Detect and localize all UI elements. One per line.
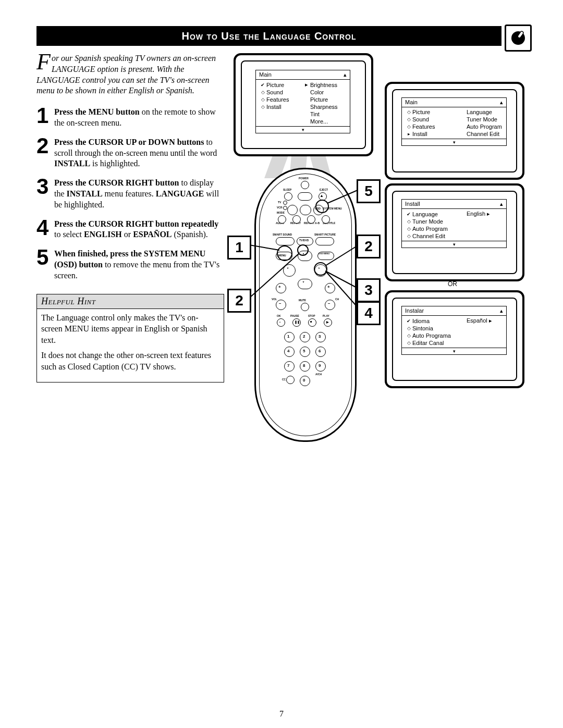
down-arrow-icon: ˅ [302,281,304,286]
menu-button[interactable]: MENU [276,252,292,260]
menu-row: ◇InstallSharpness [258,103,348,110]
up-arrow-icon: ▴ [500,99,503,106]
pause-button[interactable]: ❚❚ [292,318,301,327]
menu-label: Editar Canal [412,340,503,346]
menu-label: Auto Programa [412,332,503,339]
num-0-button[interactable]: 0 [300,376,310,386]
system-menu-button[interactable]: OSD [313,205,324,215]
num-4-button[interactable]: 4 [284,347,295,357]
diamond-icon: ◇ [405,226,412,231]
ch-up-button[interactable]: + [325,283,335,293]
tv-dvd-label: TV/DVD [299,239,309,242]
num-3-button[interactable]: 3 [315,332,326,342]
vol-down-button[interactable]: − [276,300,286,310]
cursor-left-button[interactable]: ˂ [283,264,296,277]
num-5-button[interactable]: 5 [300,347,310,357]
play-button[interactable]: ▶ [324,318,332,327]
callout-1: 1 [227,236,251,260]
stop-label: STOP [308,314,315,317]
smart-picture-label: SMART PICTURE [314,233,336,236]
num-8-button[interactable]: 8 [300,361,310,372]
dial-icon [505,24,532,52]
osd-icon: OSD [315,207,321,210]
diamond-icon: ◇ [259,97,266,102]
repeat-button[interactable] [292,215,301,224]
audio-button[interactable] [278,215,286,224]
cursor-right-button[interactable]: ˃ [314,264,327,277]
menu-row: ◇SoundColor [258,89,348,96]
stop-button[interactable]: ■ [308,318,316,327]
smart-picture-button[interactable] [315,237,334,245]
num-9-button[interactable]: 9 [315,361,326,372]
power-button[interactable] [301,181,309,189]
dvd-menu-label: DVD MENU [319,253,329,255]
down-arrow-icon: ▾ [402,139,506,145]
step-3: 3 Press the CURSOR RIGHT button to displ… [36,177,224,210]
vol-up-button[interactable]: + [276,283,286,293]
diamond-icon: ◇ [405,340,412,346]
intro-text: F or our Spanish speaking TV owners an o… [36,53,224,96]
menu-row: More... [258,118,348,125]
num-6-button[interactable]: 6 [315,347,326,357]
menu-row: ✔IdiomaEspañol ▸ [404,317,504,325]
mute-button[interactable] [301,303,309,311]
subtitle-button[interactable] [322,215,330,224]
menu-row: ◇FeaturesAuto Program [404,123,504,130]
num-7-button[interactable]: 7 [284,361,295,372]
page-title: How to Use the Language Control [182,30,357,42]
mode-button[interactable] [287,205,298,215]
center-icon-button[interactable] [300,205,311,215]
step-number: 4 [36,218,54,241]
menu-value: Sharpness [310,104,347,110]
step-1: 1 Press the MENU button on the remote to… [36,106,224,129]
menu-label: Install [412,131,467,137]
repeat-ab-button[interactable] [307,215,315,224]
step-number: 5 [36,248,54,281]
plus-icon: + [327,285,330,289]
page: How to Use the Language Control F or our… [0,0,563,728]
page-number: 7 [0,709,563,719]
menu-row: ◇Channel Edit [404,232,504,240]
diamond-icon: ◇ [405,124,412,129]
menu-row: Tint [258,110,348,118]
intro-body: or our Spanish speaking TV owners an on-… [36,54,216,95]
menu-value: Español ▸ [467,317,503,324]
ok-button[interactable]: • [277,318,285,327]
step-text: Press the MENU button on the remote to s… [54,106,224,129]
right-arrow-icon: ▸ [405,131,412,137]
menu-label: Auto Program [412,226,503,232]
menu-header: Instalar▴ [402,306,506,316]
cursor-down-button[interactable]: ˅ [298,279,312,289]
tv-dvd-button[interactable]: TV/DVD [297,237,313,245]
menu-row: ✔Picture▸Brightness [258,81,348,89]
step-number: 1 [36,106,54,129]
pause-label: PAUSE [290,314,299,317]
num-1-button[interactable]: 1 [284,332,295,342]
tape-button[interactable] [298,192,312,201]
sleep-button[interactable] [284,192,292,201]
cc-button[interactable] [286,376,295,384]
menu-row: ◇PictureLanguage [404,108,504,116]
left-column: F or our Spanish speaking TV owners an o… [36,53,224,449]
plus-icon: + [278,285,281,289]
down-arrow-icon: ▾ [402,348,506,354]
menu-title: Install [405,201,420,207]
menu-title: Instalar [405,307,424,314]
hint-title: Helpful Hint [37,294,224,309]
check-icon: ✔ [405,212,412,217]
mode-vcr-indicator [283,206,287,210]
num-2-button[interactable]: 2 [300,332,310,342]
diamond-icon: ◇ [259,104,266,109]
smart-sound-button[interactable] [276,237,295,245]
menu-row: ◇Tuner Mode [404,218,504,225]
ch-down-button[interactable]: − [325,300,335,310]
dvd-menu-button[interactable]: DVD MENU [317,252,334,260]
eject-button[interactable]: ▴ [319,192,327,201]
hint-body: The Language control only makes the TV's… [37,309,224,382]
cursor-up-button[interactable]: ˄ [298,251,312,261]
diagram: Main▴ ✔Picture▸Brightness ◇SoundColor ◇F… [234,53,532,449]
menu-value: Tint [310,111,347,117]
menu-label: Channel Edit [412,233,503,239]
menu-body: ✔IdiomaEspañol ▸ ◇Sintonia ◇Auto Program… [402,316,506,348]
menu-row: ◇SoundTuner Mode [404,116,504,123]
